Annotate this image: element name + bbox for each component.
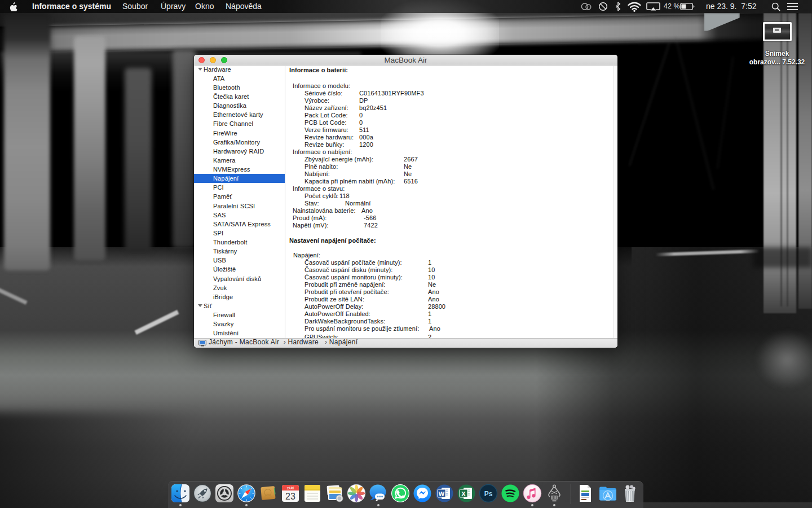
svg-text:Ps: Ps <box>484 490 493 498</box>
svg-text:W: W <box>439 491 445 497</box>
svg-text:23: 23 <box>285 492 295 501</box>
svg-text:X: X <box>461 491 466 497</box>
svg-text:ZÁŘÍ: ZÁŘÍ <box>287 486 294 490</box>
